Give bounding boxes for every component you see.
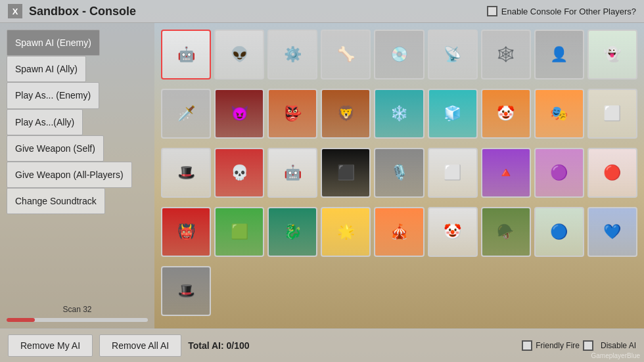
disable-ai-label: Disable AI: [601, 341, 636, 350]
window-title: Sandbox - Console: [29, 5, 136, 18]
grid-cell-24[interactable]: 🔺: [481, 148, 531, 198]
scan-bar: [7, 318, 148, 322]
friendly-fire-area: Friendly Fire Disable AI: [522, 340, 636, 351]
grid-cell-34[interactable]: 🔵: [534, 207, 584, 257]
remove-all-ai-button[interactable]: Remove All AI: [99, 334, 181, 357]
grid-cell-21[interactable]: ⬛: [321, 148, 371, 198]
sidebar-btn-change-soundtrack[interactable]: Change Soundtrack: [7, 188, 105, 214]
grid-cell-33[interactable]: 🪖: [481, 207, 531, 257]
grid-cell-18[interactable]: 🎩: [161, 148, 211, 198]
grid-cell-13[interactable]: ❄️: [374, 89, 424, 139]
sidebar-btn-give-weapon-self[interactable]: Give Weapon (Self): [7, 135, 104, 162]
grid-cell-1[interactable]: 👽: [214, 30, 264, 79]
watermark: GameplayerBlue: [591, 352, 640, 359]
sidebar-btn-play-as-enemy[interactable]: Play As... (Enemy): [7, 82, 99, 108]
friendly-fire-label: Friendly Fire: [536, 341, 580, 350]
enable-console-label: Enable Console For Other Players?: [501, 7, 636, 16]
total-ai-label: Total AI: 0/100: [188, 340, 249, 351]
grid-cell-32[interactable]: 🤡: [428, 207, 478, 257]
sidebar-btn-play-as-ally[interactable]: Play As...(Ally): [7, 109, 83, 135]
grid-cell-36[interactable]: 🎩: [161, 266, 211, 316]
grid-cell-2[interactable]: ⚙️: [267, 30, 317, 79]
grid-cell-35[interactable]: 💙: [587, 207, 637, 257]
bottom-bar: Remove My AI Remove All AI Total AI: 0/1…: [0, 328, 644, 362]
grid-cell-12[interactable]: 🦁: [321, 89, 371, 139]
enable-console-checkbox[interactable]: [487, 6, 497, 16]
grid-cell-10[interactable]: 😈: [214, 89, 264, 139]
grid-cell-9[interactable]: 🗡️: [161, 89, 211, 139]
close-button[interactable]: X: [8, 4, 22, 18]
grid-area: 🤖👽⚙️🦴💿📡🕸️👤👻🗡️😈👺🦁❄️🧊🤡🎭⬜🎩💀🤖⬛🎙️⬜🔺🟣🔴👹🟩🐉🌟🎪🤡🪖🔵…: [154, 23, 644, 328]
character-grid: 🤖👽⚙️🦴💿📡🕸️👤👻🗡️😈👺🦁❄️🧊🤡🎭⬜🎩💀🤖⬛🎙️⬜🔺🟣🔴👹🟩🐉🌟🎪🤡🪖🔵…: [161, 30, 637, 322]
remove-my-ai-button[interactable]: Remove My AI: [8, 334, 93, 357]
grid-cell-22[interactable]: 🎙️: [374, 148, 424, 198]
disable-ai-checkbox[interactable]: [583, 340, 593, 351]
grid-cell-7[interactable]: 👤: [534, 30, 584, 79]
grid-cell-31[interactable]: 🎪: [374, 207, 424, 257]
grid-cell-28[interactable]: 🟩: [214, 207, 264, 257]
title-bar: X Sandbox - Console Enable Console For O…: [0, 0, 644, 23]
content-area: Spawn AI (Enemy)Spawn AI (Ally)Play As..…: [0, 23, 644, 328]
grid-cell-4[interactable]: 💿: [374, 30, 424, 79]
sidebar-bottom: Scan 32: [7, 305, 148, 322]
grid-cell-5[interactable]: 📡: [428, 30, 478, 79]
grid-cell-11[interactable]: 👺: [267, 89, 317, 139]
grid-cell-6[interactable]: 🕸️: [481, 30, 531, 79]
sidebar-btn-give-weapon-all[interactable]: Give Weapon (All-Players): [7, 162, 132, 188]
grid-cell-26[interactable]: 🔴: [587, 148, 637, 198]
scan-label: Scan 32: [7, 305, 148, 314]
grid-cell-16[interactable]: 🎭: [534, 89, 584, 139]
sidebar: Spawn AI (Enemy)Spawn AI (Ally)Play As..…: [0, 23, 154, 328]
grid-cell-23[interactable]: ⬜: [428, 148, 478, 198]
grid-cell-17[interactable]: ⬜: [587, 89, 637, 139]
sidebar-btn-spawn-ai-ally[interactable]: Spawn AI (Ally): [7, 56, 86, 82]
grid-cell-14[interactable]: 🧊: [428, 89, 478, 139]
grid-cell-27[interactable]: 👹: [161, 207, 211, 257]
grid-cell-0[interactable]: 🤖: [161, 30, 211, 79]
grid-cell-19[interactable]: 💀: [214, 148, 264, 198]
scan-bar-fill: [7, 318, 35, 322]
friendly-fire-checkbox[interactable]: [522, 340, 532, 351]
grid-cell-25[interactable]: 🟣: [534, 148, 584, 198]
grid-cell-8[interactable]: 👻: [587, 30, 637, 79]
grid-cell-15[interactable]: 🤡: [481, 89, 531, 139]
grid-cell-30[interactable]: 🌟: [321, 207, 371, 257]
grid-cell-29[interactable]: 🐉: [267, 207, 317, 257]
grid-cell-3[interactable]: 🦴: [321, 30, 371, 79]
grid-cell-20[interactable]: 🤖: [267, 148, 317, 198]
enable-console-area: Enable Console For Other Players?: [487, 6, 636, 16]
sidebar-btn-spawn-ai-enemy[interactable]: Spawn AI (Enemy): [7, 30, 100, 56]
